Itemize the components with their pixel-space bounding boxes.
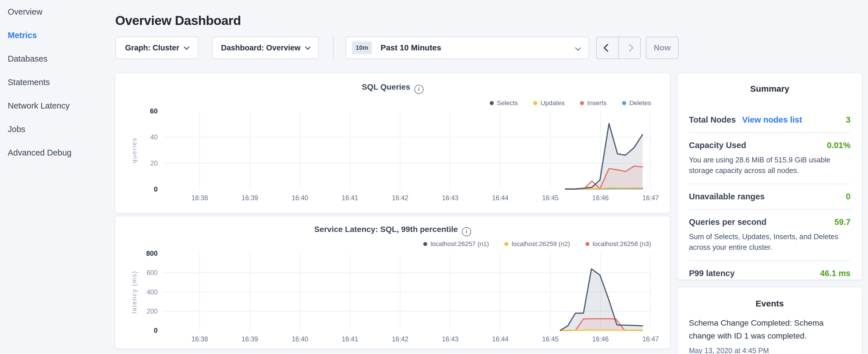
svg-text:16:47: 16:47 bbox=[642, 335, 659, 343]
summary-label: Unavailable ranges bbox=[689, 192, 765, 201]
summary-value: 0.01% bbox=[827, 141, 850, 150]
legend-dot bbox=[423, 242, 427, 246]
summary-subtext: Sum of Selects, Updates, Inserts, and De… bbox=[689, 231, 850, 253]
time-range-label: Past 10 Minutes bbox=[380, 43, 441, 53]
svg-text:16:46: 16:46 bbox=[592, 194, 609, 202]
legend-item-selects[interactable]: Selects bbox=[490, 99, 518, 107]
sidebar: Overview Metrics Databases Statements Ne… bbox=[0, 0, 115, 164]
dashboard-dropdown-label: Dashboard: Overview bbox=[221, 43, 301, 53]
legend-label: Deletes bbox=[629, 99, 651, 107]
legend-dot bbox=[490, 101, 494, 105]
sidebar-item-databases[interactable]: Databases bbox=[0, 47, 115, 70]
legend-item-updates[interactable]: Updates bbox=[533, 99, 564, 107]
legend-label: Selects bbox=[497, 99, 518, 107]
info-icon[interactable]: i bbox=[462, 227, 471, 236]
svg-text:queries: queries bbox=[131, 137, 138, 163]
svg-text:16:40: 16:40 bbox=[292, 194, 308, 202]
app-root: Overview Metrics Databases Statements Ne… bbox=[0, 0, 868, 354]
legend-dot bbox=[585, 242, 589, 246]
svg-text:200: 200 bbox=[147, 308, 158, 315]
svg-text:400: 400 bbox=[147, 288, 158, 296]
legend-item-n2[interactable]: localhost:26259 (n2) bbox=[504, 240, 570, 248]
legend-dot bbox=[533, 101, 537, 105]
sql-queries-chart[interactable]: 16:3816:3916:4016:4116:4216:4316:4416:45… bbox=[115, 73, 671, 214]
svg-text:800: 800 bbox=[146, 250, 158, 257]
time-back-button[interactable] bbox=[597, 37, 618, 58]
svg-text:16:38: 16:38 bbox=[191, 194, 208, 202]
graph-scope-dropdown-label: Graph: Cluster bbox=[125, 43, 179, 53]
sidebar-item-statements[interactable]: Statements bbox=[0, 70, 115, 94]
svg-text:16:42: 16:42 bbox=[392, 194, 408, 202]
chart-title-text: SQL Queries bbox=[362, 83, 410, 91]
sidebar-item-metrics[interactable]: Metrics bbox=[0, 24, 115, 47]
sidebar-item-advanced-debug[interactable]: Advanced Debug bbox=[0, 141, 115, 164]
svg-text:16:47: 16:47 bbox=[642, 194, 659, 202]
graph-scope-dropdown[interactable]: Graph: Cluster bbox=[115, 37, 198, 59]
legend-item-n1[interactable]: localhost:26257 (n1) bbox=[423, 240, 489, 248]
svg-text:latency (ms): latency (ms) bbox=[131, 271, 138, 314]
info-icon[interactable]: i bbox=[414, 85, 424, 94]
time-forward-button[interactable] bbox=[618, 37, 640, 58]
svg-text:16:38: 16:38 bbox=[191, 335, 208, 343]
time-range-badge: 10m bbox=[352, 41, 372, 54]
chart-title: Service Latency: SQL, 99th percentilei bbox=[115, 225, 670, 236]
sidebar-item-overview[interactable]: Overview bbox=[0, 0, 115, 24]
chart-legend: localhost:26257 (n1) localhost:26259 (n2… bbox=[423, 240, 651, 248]
svg-text:16:39: 16:39 bbox=[242, 335, 258, 343]
controls-divider bbox=[333, 37, 334, 59]
svg-text:0: 0 bbox=[154, 326, 158, 334]
legend-item-inserts[interactable]: Inserts bbox=[580, 99, 607, 107]
summary-value: 0 bbox=[846, 192, 850, 201]
summary-label: Capacity Used bbox=[689, 141, 746, 150]
event-text: Schema Change Completed: Schema change w… bbox=[689, 317, 849, 343]
events-title: Events bbox=[689, 299, 850, 309]
chevron-right-icon bbox=[625, 44, 633, 52]
chart-title: SQL Queriesi bbox=[115, 83, 670, 94]
sql-queries-chart-panel: 16:3816:3916:4016:4116:4216:4316:4416:45… bbox=[115, 72, 671, 213]
summary-row-unavailable-ranges: Unavailable ranges 0 bbox=[689, 184, 850, 210]
summary-title: Summary bbox=[689, 84, 850, 94]
svg-text:16:43: 16:43 bbox=[442, 335, 459, 343]
summary-subtext: You are using 28.6 MiB of 515.9 GiB usab… bbox=[689, 155, 850, 176]
svg-text:16:41: 16:41 bbox=[342, 335, 359, 343]
sidebar-item-network-latency[interactable]: Network Latency bbox=[0, 94, 115, 118]
time-step-buttons bbox=[596, 37, 641, 59]
chevron-down-icon bbox=[305, 44, 311, 50]
summary-row-p99-latency: P99 latency 46.1 ms bbox=[689, 261, 850, 286]
legend-item-n3[interactable]: localhost:26258 (n3) bbox=[585, 240, 651, 248]
svg-text:20: 20 bbox=[150, 160, 158, 167]
time-range-dropdown[interactable]: 10m Past 10 Minutes bbox=[346, 37, 589, 59]
svg-text:16:39: 16:39 bbox=[242, 194, 258, 202]
view-nodes-list-link[interactable]: View nodes list bbox=[742, 115, 802, 125]
svg-text:16:44: 16:44 bbox=[492, 194, 509, 202]
now-button[interactable]: Now bbox=[646, 37, 679, 59]
svg-text:0: 0 bbox=[154, 185, 158, 193]
chart-legend: Selects Updates Inserts Deletes bbox=[490, 99, 651, 107]
chevron-down-icon bbox=[575, 45, 581, 51]
legend-dot bbox=[504, 242, 508, 246]
dashboard-dropdown[interactable]: Dashboard: Overview bbox=[212, 37, 319, 59]
service-latency-chart-panel: 16:3816:3916:4016:4116:4216:4316:4416:45… bbox=[115, 216, 671, 349]
svg-text:16:43: 16:43 bbox=[442, 194, 459, 202]
legend-label: localhost:26257 (n1) bbox=[430, 240, 489, 248]
svg-text:16:45: 16:45 bbox=[542, 335, 559, 343]
svg-text:16:46: 16:46 bbox=[592, 335, 609, 343]
legend-label: Updates bbox=[540, 99, 564, 107]
svg-text:16:42: 16:42 bbox=[392, 335, 408, 343]
service-latency-chart[interactable]: 16:3816:3916:4016:4116:4216:4316:4416:45… bbox=[115, 216, 671, 350]
sidebar-item-jobs[interactable]: Jobs bbox=[0, 118, 115, 141]
page-title: Overview Dashboard bbox=[115, 13, 241, 28]
summary-row-queries-per-second: Queries per second 59.7 Sum of Selects, … bbox=[689, 210, 850, 261]
summary-value: 3 bbox=[846, 115, 850, 125]
chevron-down-icon bbox=[184, 44, 189, 50]
svg-text:60: 60 bbox=[150, 107, 158, 115]
legend-label: Inserts bbox=[587, 99, 607, 107]
event-timestamp: May 13, 2020 at 4:45 PM bbox=[689, 347, 850, 354]
legend-label: localhost:26258 (n3) bbox=[593, 240, 651, 248]
events-panel: Events Schema Change Completed: Schema c… bbox=[677, 287, 863, 354]
summary-panel: Summary Total Nodes View nodes list 3 Ca… bbox=[677, 72, 863, 280]
legend-item-deletes[interactable]: Deletes bbox=[622, 99, 651, 107]
event-item[interactable]: Schema Change Completed: Schema change w… bbox=[689, 317, 850, 354]
svg-text:600: 600 bbox=[147, 269, 158, 277]
summary-value: 46.1 ms bbox=[820, 269, 850, 278]
